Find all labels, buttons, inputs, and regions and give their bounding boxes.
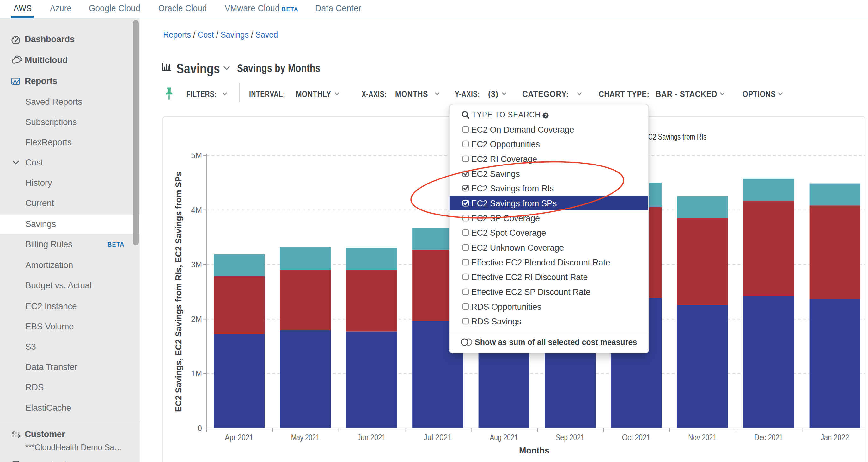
svg-text:3M: 3M [191, 260, 202, 269]
svg-text:5M: 5M [191, 151, 202, 160]
svg-text:2M: 2M [191, 315, 202, 323]
svg-text:Oct 2021: Oct 2021 [622, 433, 651, 442]
svg-text:Aug 2021: Aug 2021 [490, 433, 518, 442]
svg-text:EC2 Savings from RIs: EC2 Savings from RIs [644, 132, 707, 141]
svg-text:?: ? [544, 113, 547, 118]
svg-text:1M: 1M [191, 369, 202, 378]
svg-text:Dec 2021: Dec 2021 [754, 433, 783, 442]
svg-text:Nov 2021: Nov 2021 [688, 433, 717, 442]
svg-text:Jul 2021: Jul 2021 [424, 433, 452, 442]
svg-text:Jun 2021: Jun 2021 [357, 433, 385, 442]
svg-text:4M: 4M [191, 206, 202, 214]
svg-text:Sep 2021: Sep 2021 [556, 433, 585, 442]
svg-text:Months: Months [519, 446, 549, 455]
svg-text:EC2 Savings, EC2 Savings from: EC2 Savings, EC2 Savings from RIs, EC2 S… [174, 172, 183, 412]
svg-text:0: 0 [197, 424, 202, 433]
svg-text:Apr 2021: Apr 2021 [225, 433, 253, 442]
svg-text:May 2021: May 2021 [291, 433, 319, 442]
svg-text:Jan 2022: Jan 2022 [820, 433, 849, 442]
